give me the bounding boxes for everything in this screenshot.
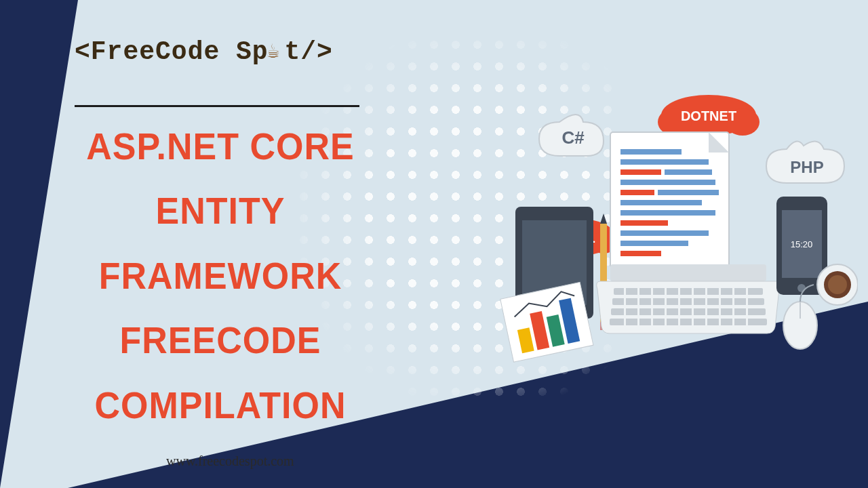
svg-point-58 — [828, 275, 847, 294]
title-line-4: COMPILATION — [68, 373, 373, 439]
title-line-1: ASP.NET CORE — [68, 115, 373, 180]
svg-text:15:20: 15:20 — [791, 239, 813, 249]
logo-text-open: <FreeCode Sp — [75, 37, 269, 66]
chart-paper-icon — [500, 282, 593, 362]
svg-point-52 — [797, 284, 806, 292]
svg-text:PHP: PHP — [790, 158, 823, 176]
svg-rect-39 — [678, 288, 680, 325]
code-document-icon — [610, 132, 729, 268]
footer-url: www.freecodespot.com — [166, 453, 294, 469]
svg-rect-11 — [620, 149, 682, 155]
svg-rect-15 — [620, 180, 715, 185]
svg-rect-21 — [620, 230, 709, 236]
svg-rect-19 — [620, 210, 715, 216]
svg-rect-20 — [620, 220, 668, 226]
svg-marker-28 — [600, 214, 607, 224]
logo-text-close: t/> — [284, 37, 332, 66]
svg-rect-35 — [624, 288, 626, 325]
svg-rect-36 — [637, 288, 639, 325]
svg-rect-37 — [651, 288, 653, 325]
svg-rect-31 — [614, 288, 763, 295]
svg-rect-22 — [620, 241, 688, 246]
svg-rect-38 — [665, 288, 667, 325]
svg-text:DOTNET: DOTNET — [681, 108, 736, 123]
svg-rect-32 — [612, 298, 764, 305]
cloud-php-icon: PHP — [766, 142, 844, 183]
svg-rect-40 — [692, 288, 694, 325]
brand-logo: <FreeCode Spot/> — [75, 37, 333, 66]
svg-rect-30 — [610, 264, 766, 281]
decorative-triangle-left — [0, 0, 78, 488]
svg-rect-45 — [500, 282, 593, 362]
svg-rect-17 — [658, 190, 719, 195]
svg-rect-44 — [746, 288, 748, 325]
svg-rect-18 — [620, 200, 702, 205]
main-title: ASP.NET CORE ENTITY FRAMEWORK FREECODE C… — [68, 115, 373, 439]
coffee-cup-icon: o — [269, 37, 285, 66]
svg-rect-34 — [610, 319, 767, 325]
svg-rect-43 — [732, 288, 734, 325]
title-line-2: ENTITY FRAMEWORK — [68, 179, 373, 308]
svg-rect-33 — [611, 308, 766, 315]
svg-rect-16 — [620, 190, 654, 195]
svg-rect-13 — [620, 169, 661, 175]
svg-rect-42 — [719, 288, 721, 325]
svg-rect-12 — [620, 159, 709, 165]
laptop-icon — [597, 264, 781, 333]
coffee-cup-icon — [817, 264, 858, 305]
svg-rect-41 — [705, 288, 707, 325]
divider-line — [75, 105, 359, 107]
coding-illustration: C# DOTNET PHP HTML — [478, 88, 858, 380]
svg-text:C#: C# — [561, 127, 585, 148]
cloud-csharp-icon: C# — [539, 115, 604, 156]
title-line-3: FREECODE — [68, 308, 373, 373]
svg-rect-14 — [665, 169, 712, 175]
svg-rect-23 — [620, 251, 661, 256]
cloud-dotnet-icon: DOTNET — [658, 95, 760, 136]
